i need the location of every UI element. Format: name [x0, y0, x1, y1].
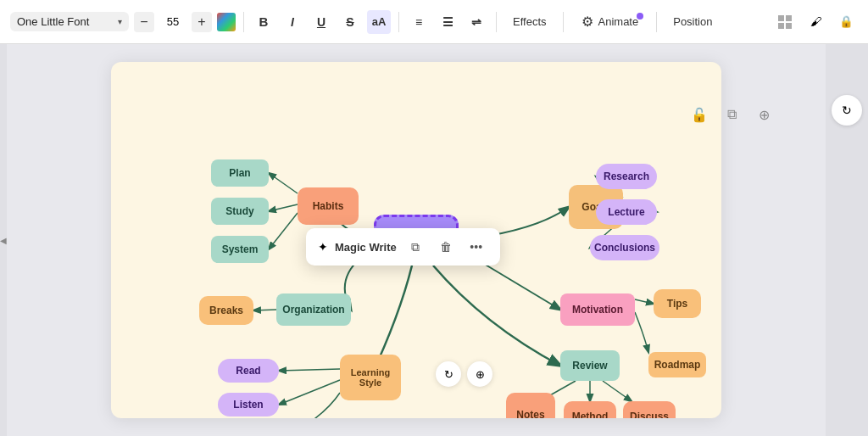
list-button[interactable]: ☰ [436, 10, 459, 34]
method-label: Method [572, 411, 609, 418]
color-swatch[interactable] [217, 13, 236, 31]
motivation-label: Motivation [572, 304, 623, 316]
learning-style-label: LearningStyle [351, 367, 390, 388]
notes-node[interactable]: Notes [506, 393, 555, 418]
svg-rect-3 [786, 23, 792, 29]
effects-button[interactable]: Effects [504, 11, 555, 32]
popup-copy-button[interactable]: ⧉ [403, 235, 427, 259]
font-selector[interactable]: One Little Font ▾ [10, 12, 129, 31]
animate-label: Animate [598, 15, 639, 28]
breaks-node[interactable]: Breaks [199, 296, 253, 325]
popup-more-button[interactable]: ••• [465, 235, 488, 259]
magic-write-popup: ✦ Magic Write ⧉ 🗑 ••• [306, 228, 500, 266]
habits-label: Habits [313, 200, 344, 212]
lecture-node[interactable]: Lecture [596, 199, 657, 225]
learning-style-node[interactable]: LearningStyle [340, 355, 401, 400]
notes-label: Notes [516, 409, 544, 418]
divider-1 [243, 12, 244, 32]
canvas-expand-icon[interactable]: ⊕ [751, 102, 776, 127]
study-node[interactable]: Study [211, 198, 269, 225]
plan-label: Plan [229, 167, 250, 179]
listen-node[interactable]: Listen [218, 393, 279, 416]
research-node[interactable]: Research [596, 164, 657, 189]
decrease-font-size-button[interactable]: − [134, 12, 154, 32]
organization-node[interactable]: Organization [276, 293, 351, 326]
read-label: Read [236, 365, 260, 377]
system-node[interactable]: System [211, 236, 269, 263]
canvas-area: ◀ 🔓 ⧉ ⊕ [0, 44, 868, 436]
align-button[interactable]: ≡ [407, 10, 431, 34]
system-label: System [222, 243, 259, 255]
conclusions-label: Conclusions [594, 242, 655, 254]
strikethrough-button[interactable]: S [338, 10, 362, 34]
underline-button[interactable]: U [309, 10, 333, 34]
grid-button[interactable] [773, 10, 797, 34]
toolbar-right-icons: 🖌 🔒 [773, 10, 858, 34]
divider-2 [398, 12, 399, 32]
plan-node[interactable]: Plan [211, 159, 269, 187]
font-name-label: One Little Font [17, 15, 89, 28]
tips-label: Tips [667, 298, 687, 310]
regenerate-button[interactable]: ↻ [832, 95, 862, 126]
canvas-top-icons: 🔓 ⧉ ⊕ [687, 102, 776, 127]
left-panel-toggle[interactable]: ◀ [0, 44, 7, 436]
method-node[interactable]: Method [564, 401, 616, 418]
magic-write-label: Magic Write [335, 241, 397, 254]
mind-map-canvas[interactable]: MINDMAPPING Habits Goals Organization Mo… [111, 62, 721, 418]
tips-node[interactable]: Tips [654, 289, 701, 318]
research-label: Research [604, 170, 649, 182]
aa-button[interactable]: aA [367, 10, 391, 34]
panel-arrow-icon: ◀ [0, 236, 7, 245]
animate-active-dot [637, 13, 643, 20]
animate-button[interactable]: ⚙ Animate [571, 9, 649, 34]
bold-button[interactable]: B [252, 10, 275, 34]
chevron-down-icon: ▾ [118, 17, 122, 26]
right-panel: ↻ [826, 44, 868, 436]
italic-button[interactable]: I [281, 10, 304, 34]
discuss-label: Discuss [630, 411, 669, 418]
refresh-float-icon[interactable]: ↻ [436, 361, 461, 387]
svg-rect-0 [778, 15, 784, 21]
toolbar: One Little Font ▾ − 55 + B I U S aA ≡ ☰ … [0, 0, 868, 44]
increase-font-size-button[interactable]: + [192, 12, 212, 32]
listen-label: Listen [233, 399, 263, 411]
roadmap-label: Roadmap [654, 359, 701, 371]
habits-node[interactable]: Habits [298, 187, 359, 225]
magic-write-icon: ✦ [318, 240, 328, 254]
lecture-label: Lecture [608, 206, 644, 218]
font-size-value: 55 [158, 15, 188, 28]
divider-5 [656, 12, 657, 32]
effects-label: Effects [513, 15, 547, 28]
plus-float-icon[interactable]: ⊕ [467, 361, 492, 387]
canvas-lock-icon[interactable]: 🔓 [687, 102, 712, 127]
canvas-copy-icon[interactable]: ⧉ [719, 102, 744, 127]
svg-rect-1 [786, 15, 792, 21]
conclusions-node[interactable]: Conclusions [590, 235, 659, 260]
popup-delete-button[interactable]: 🗑 [434, 235, 458, 259]
paint-button[interactable]: 🖌 [804, 10, 827, 34]
motivation-node[interactable]: Motivation [560, 293, 635, 326]
discuss-node[interactable]: Discuss [623, 401, 676, 418]
position-button[interactable]: Position [665, 11, 721, 32]
read-node[interactable]: Read [218, 359, 279, 383]
divider-4 [563, 12, 564, 32]
lock-button[interactable]: 🔒 [834, 10, 858, 34]
divider-3 [496, 12, 497, 32]
review-label: Review [572, 360, 607, 372]
review-node[interactable]: Review [560, 350, 620, 381]
font-size-control: − 55 + [134, 12, 212, 32]
organization-label: Organization [282, 304, 344, 316]
canvas[interactable]: 🔓 ⧉ ⊕ [7, 44, 826, 436]
breaks-label: Breaks [209, 305, 243, 316]
indent-button[interactable]: ⇌ [465, 10, 488, 34]
study-label: Study [225, 205, 253, 217]
svg-rect-2 [778, 23, 784, 29]
roadmap-node[interactable]: Roadmap [648, 352, 706, 377]
